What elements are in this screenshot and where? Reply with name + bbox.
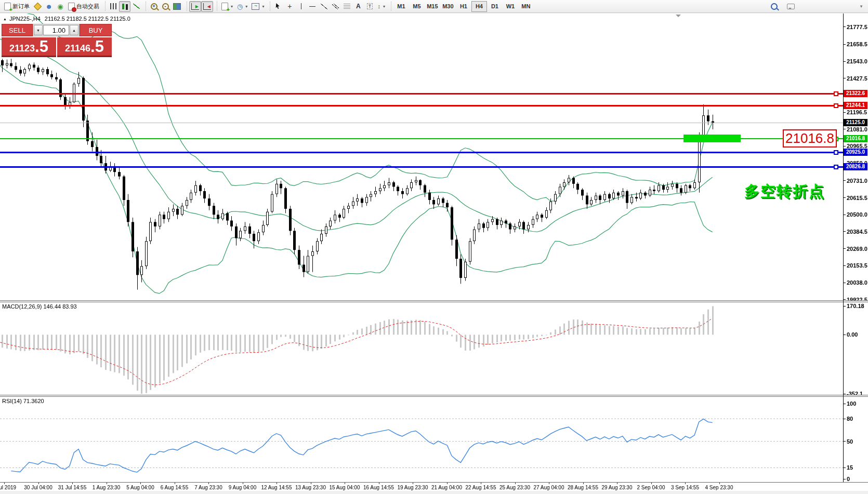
ohlc-values: 21162.5 21182.5 21122.5 21125.0 <box>45 16 130 22</box>
volume-input[interactable]: 1.00 <box>43 25 69 35</box>
rsi-indicator-label: RSI(14) 71.3620 <box>2 398 44 404</box>
text-tool-button[interactable]: A <box>352 1 364 12</box>
timeframe-m5-button[interactable]: M5 <box>409 1 425 12</box>
toolbar-separator <box>101 2 106 11</box>
toolbar-separator <box>387 2 391 11</box>
autotrade-label: 自动交易 <box>76 3 99 10</box>
sell-price[interactable]: 21123.5 <box>2 37 56 57</box>
timeframe-h1-button[interactable]: H1 <box>456 1 471 12</box>
line-anchor-marker[interactable] <box>834 91 838 96</box>
community-button[interactable]: ☻ <box>43 1 55 12</box>
fibonacci-tool-button[interactable] <box>341 1 352 12</box>
auto-scroll-button[interactable]: ▶ <box>189 1 201 12</box>
arrows-icon: ↕ <box>377 3 380 9</box>
bar-chart-button[interactable] <box>108 1 119 12</box>
timeframe-d1-button[interactable]: D1 <box>487 1 503 12</box>
line-anchor-marker[interactable] <box>834 103 838 108</box>
horizontal-line[interactable] <box>0 123 843 123</box>
level-text-box[interactable]: 21016.8 <box>783 129 837 148</box>
zoom-out-button[interactable]: - <box>160 1 171 12</box>
templates-button[interactable]: ~ <box>249 1 266 12</box>
periods-button[interactable]: ◷ <box>235 1 249 12</box>
new-order-icon: + <box>4 3 11 10</box>
sell-price-fraction: .5 <box>35 38 48 55</box>
text-icon: A <box>356 3 361 10</box>
buy-price-main: 21146 <box>65 44 90 53</box>
autotrade-button[interactable]: 自动交易 <box>66 1 101 12</box>
new-order-label: 新订单 <box>12 3 30 10</box>
metaeditor-icon <box>33 2 42 10</box>
toolbar: +新订单 ☻ ◉ 自动交易 + - ▶ ◀ + ◷ ~ + A T ↕ M1 M… <box>0 0 868 13</box>
horizontal-line[interactable] <box>0 166 843 168</box>
tile-windows-button[interactable] <box>171 1 183 12</box>
pane-splitter[interactable] <box>0 300 868 302</box>
signals-button[interactable]: ◉ <box>55 1 66 12</box>
autotrade-icon <box>68 3 75 10</box>
line-anchor-marker[interactable] <box>834 165 838 169</box>
buy-price-fraction: .5 <box>90 38 104 55</box>
horizontal-line-icon <box>309 6 315 7</box>
signals-icon: ◉ <box>57 3 63 10</box>
pane-splitter[interactable] <box>0 395 868 397</box>
chart-shift-button[interactable]: ◀ <box>201 1 213 12</box>
chart-collapse-icon[interactable]: ▲ <box>3 17 7 21</box>
toolbar-overflow-button[interactable]: ▾ <box>856 1 867 12</box>
arrows-tool-button[interactable]: ↕ <box>375 1 387 12</box>
sell-button[interactable]: SELL <box>2 24 33 36</box>
indicators-button[interactable]: + <box>219 1 235 12</box>
horizontal-line[interactable] <box>0 105 843 106</box>
turning-point-annotation[interactable]: 多空转折点 <box>744 181 825 202</box>
toolbar-separator <box>266 2 270 11</box>
indicators-icon: + <box>221 3 228 10</box>
channel-icon <box>332 4 339 9</box>
candlestick-chart-button[interactable] <box>119 1 130 12</box>
search-button[interactable] <box>768 1 780 12</box>
toolbar-separator <box>183 2 187 11</box>
vertical-line-icon <box>301 3 301 9</box>
horizontal-line[interactable] <box>0 152 843 153</box>
toolbar-separator <box>142 2 146 11</box>
new-order-button[interactable]: +新订单 <box>2 1 32 12</box>
zoom-in-button[interactable]: + <box>148 1 160 12</box>
timeframe-mn-button[interactable]: MN <box>518 1 534 12</box>
volume-increase-button[interactable]: ▲ <box>70 25 78 35</box>
zoom-out-icon: - <box>162 3 169 10</box>
price-axis-line <box>843 14 844 483</box>
one-click-trading-panel: SELL ▼ 1.00 ▲ BUY 21123.5 21146.5 <box>2 24 112 57</box>
horizontal-line-tool-button[interactable] <box>307 1 318 12</box>
timeframe-w1-button[interactable]: W1 <box>503 1 518 12</box>
timeframe-m30-button[interactable]: M30 <box>440 1 456 12</box>
timeframe-h4-button[interactable]: H4 <box>471 1 487 12</box>
vertical-line-tool-button[interactable] <box>295 1 307 12</box>
line-chart-button[interactable] <box>130 1 142 12</box>
mt4-window: +新订单 ☻ ◉ 自动交易 + - ▶ ◀ + ◷ ~ + A T ↕ M1 M… <box>0 0 868 494</box>
chart-shift-icon: ◀ <box>203 3 211 10</box>
buy-button[interactable]: BUY <box>80 24 112 36</box>
chat-button[interactable] <box>785 1 797 12</box>
cursor-tool-button[interactable] <box>272 1 284 12</box>
clock-icon: ◷ <box>237 3 243 10</box>
timeframe-m1-button[interactable]: M1 <box>393 1 409 12</box>
template-icon: ~ <box>252 3 259 10</box>
main-chart-canvas[interactable] <box>0 14 843 300</box>
highlight-box[interactable] <box>683 135 741 142</box>
channel-tool-button[interactable] <box>330 1 341 12</box>
metaeditor-button[interactable] <box>32 1 43 12</box>
trendline-tool-button[interactable] <box>318 1 330 12</box>
horizontal-line[interactable] <box>0 93 843 95</box>
chat-icon <box>787 4 795 9</box>
symbol-period-label: JPN225-,H4 <box>9 16 41 22</box>
label-tool-button[interactable]: T <box>364 1 375 12</box>
buy-price[interactable]: 21146.5 <box>57 37 112 57</box>
line-anchor-marker[interactable] <box>834 150 838 155</box>
time-axis-line <box>0 482 868 483</box>
toolbar-right-group <box>768 1 797 12</box>
crosshair-tool-button[interactable]: + <box>284 1 295 12</box>
volume-decrease-button[interactable]: ▼ <box>34 25 43 35</box>
line-chart-icon <box>133 4 140 9</box>
macd-pane-canvas[interactable] <box>0 302 843 395</box>
rsi-pane-canvas[interactable] <box>0 397 843 482</box>
timeframe-m15-button[interactable]: M15 <box>425 1 440 12</box>
chart-shift-marker-icon[interactable] <box>676 15 681 20</box>
fibonacci-icon <box>344 4 350 9</box>
